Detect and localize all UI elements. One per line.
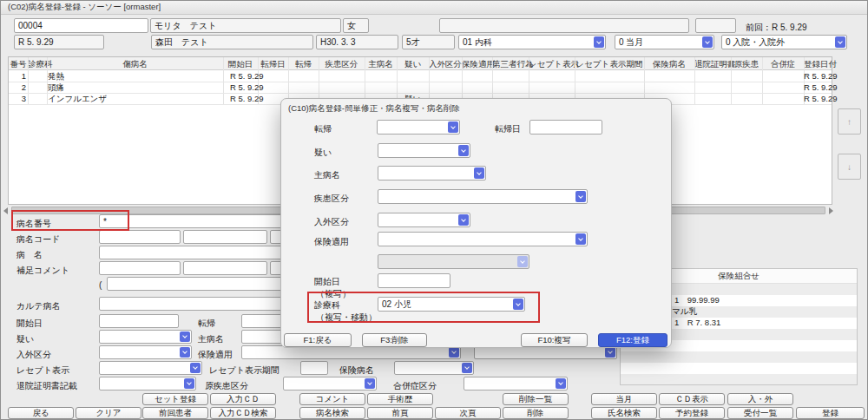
delete-list-button[interactable]: 削除一覧 bbox=[503, 393, 569, 405]
table-row[interactable]: 1発熱R 5. 9.29R 5. 9.29 bbox=[9, 70, 832, 82]
insurance-disease-select[interactable] bbox=[394, 361, 474, 375]
suspected-select[interactable] bbox=[99, 330, 192, 344]
set-register-button[interactable]: セット登録 bbox=[142, 393, 208, 405]
clear-button[interactable]: クリア bbox=[76, 407, 141, 419]
surgery-history-button[interactable]: 手術歴 bbox=[367, 393, 433, 405]
modal-f10-copy-button[interactable]: F10:複写 bbox=[521, 333, 588, 347]
modal-insurance-sub-select bbox=[378, 254, 529, 269]
prev-page-button[interactable]: 前頁 bbox=[367, 407, 433, 419]
chevron-down-icon[interactable] bbox=[474, 167, 484, 179]
modal-inout-class-select[interactable] bbox=[378, 213, 470, 227]
modal-f1-back-button[interactable]: F1:戻る bbox=[284, 333, 352, 347]
scroll-down-button[interactable]: ↓ bbox=[838, 154, 861, 180]
chevron-down-icon[interactable] bbox=[575, 191, 586, 202]
chevron-down-icon[interactable] bbox=[190, 363, 201, 373]
chevron-down-icon[interactable] bbox=[594, 36, 604, 48]
arrow-down-icon: ↓ bbox=[847, 162, 852, 172]
name-search-button[interactable]: 氏名検索 bbox=[591, 407, 657, 419]
chevron-down-icon[interactable] bbox=[605, 347, 615, 358]
delete-button[interactable]: 削除 bbox=[503, 407, 569, 419]
input-cd-search-button[interactable]: 入力ＣＤ検索 bbox=[210, 407, 276, 419]
in-out-button[interactable]: 入・外 bbox=[727, 393, 793, 405]
next-page-button[interactable]: 次頁 bbox=[435, 407, 501, 419]
patient-id-field[interactable]: 00004 bbox=[14, 18, 148, 33]
primary-disease-class-select[interactable] bbox=[283, 377, 377, 390]
register-button[interactable]: 登録 bbox=[796, 407, 865, 419]
cell-registered: R 5. 9.29 bbox=[804, 71, 830, 81]
chevron-down-icon[interactable] bbox=[462, 363, 472, 373]
cell-no: 2 bbox=[9, 82, 26, 92]
cell-no: 3 bbox=[9, 94, 26, 103]
complication-class-select[interactable] bbox=[464, 377, 568, 390]
disease-code-input-2[interactable] bbox=[183, 230, 267, 244]
modal-suspected-label: 疑い bbox=[314, 147, 332, 159]
modal-outcome-date-input[interactable] bbox=[529, 120, 602, 135]
discharge-certificate-select[interactable] bbox=[99, 377, 196, 390]
previous-visit-label: 前回：R 5. 9.29 bbox=[746, 22, 807, 34]
modal-start-date-input[interactable] bbox=[378, 273, 450, 288]
table-row[interactable]: 2頭痛R 5. 9.29R 5. 9.29 bbox=[9, 82, 832, 93]
disease-search-button[interactable]: 病名検索 bbox=[299, 407, 365, 419]
column-header-12: レセプト表示 bbox=[529, 59, 575, 70]
chevron-down-icon[interactable] bbox=[702, 36, 713, 48]
column-header-0: 番号 bbox=[9, 59, 28, 70]
insurance-row[interactable]: 1 R 7. 8.31 bbox=[674, 318, 720, 329]
inout-class-label: 入外区分 bbox=[16, 349, 51, 361]
disease-code-label: 病名コード bbox=[16, 233, 60, 246]
chevron-down-icon[interactable] bbox=[513, 299, 523, 310]
modal-f3-delete-button[interactable]: F3:削除 bbox=[362, 333, 427, 347]
modal-start-date-label: 開始日 bbox=[314, 276, 340, 288]
chevron-down-icon[interactable] bbox=[180, 331, 190, 342]
cell-registered: R 5. 9.29 bbox=[804, 82, 830, 92]
comment-button[interactable]: コメント bbox=[299, 393, 365, 405]
insurance-row[interactable]: 1 99.99.99 bbox=[674, 295, 720, 306]
scroll-left-icon[interactable] bbox=[3, 207, 8, 214]
chevron-down-icon[interactable] bbox=[184, 378, 194, 389]
disease-code-input-1[interactable] bbox=[99, 230, 181, 244]
disease-number-input[interactable]: * bbox=[99, 214, 287, 228]
chevron-down-icon[interactable] bbox=[458, 145, 469, 156]
back-button[interactable]: 戻る bbox=[8, 407, 74, 419]
chevron-down-icon[interactable] bbox=[458, 214, 469, 226]
patient-kana-name-field: モリタ テスト bbox=[150, 18, 341, 33]
month-select[interactable]: 0 当月 bbox=[615, 35, 714, 49]
supplement-comment-label: 補足コメント bbox=[16, 265, 69, 277]
supplement-comment-input-1[interactable] bbox=[99, 261, 181, 275]
modal-department-select[interactable]: 02 小児 bbox=[378, 297, 525, 312]
chevron-down-icon[interactable] bbox=[556, 378, 566, 389]
cd-display-button[interactable]: ＣＤ表示 bbox=[659, 393, 725, 405]
chevron-down-icon[interactable] bbox=[449, 347, 459, 358]
department-select[interactable]: 01 内科 bbox=[458, 35, 606, 49]
previous-patient-button[interactable]: 前回患者 bbox=[142, 407, 208, 419]
chevron-down-icon[interactable] bbox=[448, 121, 458, 133]
reserve-register-button[interactable]: 予約登録 bbox=[659, 407, 725, 419]
insurance-row[interactable]: マル乳 bbox=[672, 306, 697, 318]
modal-disease-class-label: 疾患区分 bbox=[314, 193, 349, 205]
inout-class-select[interactable] bbox=[99, 345, 192, 359]
modal-insurance-apply-select[interactable] bbox=[378, 232, 588, 246]
modal-f12-register-button[interactable]: F12:登録 bbox=[598, 333, 667, 347]
column-header-9: 入外区分 bbox=[429, 59, 462, 70]
inout-select[interactable]: 0 入院・入院外 bbox=[721, 35, 847, 49]
chevron-down-icon[interactable] bbox=[365, 378, 375, 389]
scroll-right-icon[interactable] bbox=[829, 207, 833, 214]
patient-kanji-name-field: 森田 テスト bbox=[151, 35, 313, 49]
receipt-display-select[interactable] bbox=[99, 361, 202, 375]
modal-main-disease-select[interactable] bbox=[378, 166, 486, 180]
reception-list-button[interactable]: 受付一覧 bbox=[727, 407, 793, 419]
chevron-down-icon[interactable] bbox=[180, 347, 190, 358]
discharge-certificate-label: 退院証明書記載 bbox=[16, 380, 77, 392]
start-date-input[interactable] bbox=[99, 314, 179, 328]
modal-outcome-select[interactable] bbox=[377, 120, 460, 135]
receipt-period-input[interactable] bbox=[300, 361, 328, 375]
current-month-button[interactable]: 当月 bbox=[591, 393, 657, 405]
chevron-down-icon[interactable] bbox=[835, 36, 845, 48]
input-cd-button[interactable]: 入力ＣＤ bbox=[210, 393, 276, 405]
supplement-comment-input-2[interactable] bbox=[183, 261, 267, 275]
scroll-up-button[interactable]: ↑ bbox=[838, 108, 861, 135]
modal-disease-class-select[interactable] bbox=[378, 189, 588, 204]
cell-start: R 5. 9.29 bbox=[230, 71, 264, 81]
chevron-down-icon[interactable] bbox=[575, 233, 586, 245]
modal-suspected-select[interactable] bbox=[378, 143, 470, 158]
receipt-display-label: レセプト表示 bbox=[16, 364, 69, 377]
